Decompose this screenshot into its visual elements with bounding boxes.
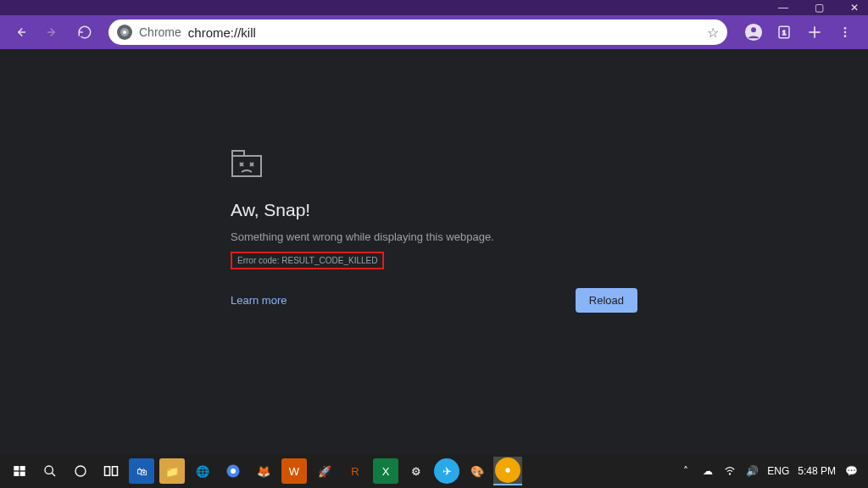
- profile-icon[interactable]: [743, 21, 765, 43]
- rocket-icon: 🚀: [312, 458, 337, 484]
- svg-point-25: [75, 466, 86, 476]
- taskbar-app-edge[interactable]: 🌐: [188, 457, 217, 485]
- word-icon: W: [281, 458, 307, 484]
- taskbar-app-chrome-active[interactable]: [493, 457, 522, 485]
- browser-toolbar: Chrome chrome://kill ☆ 1: [0, 15, 868, 49]
- windows-logo-icon: [13, 464, 26, 478]
- reload-nav-button[interactable]: [71, 19, 98, 46]
- tray-wifi-icon[interactable]: [723, 464, 737, 478]
- chrome-icon: [220, 458, 246, 484]
- tray-chevron-icon[interactable]: ˄: [679, 464, 693, 478]
- omnibox[interactable]: Chrome chrome://kill ☆: [108, 19, 727, 45]
- cortana-icon: [74, 464, 87, 478]
- r-icon: R: [342, 458, 368, 484]
- svg-point-11: [844, 31, 847, 34]
- folder-icon: 📁: [159, 458, 185, 484]
- omnibox-chrome-label: Chrome: [139, 25, 181, 39]
- taskbar-app-r[interactable]: R: [341, 457, 370, 485]
- taskbar-app-excel[interactable]: X: [371, 457, 400, 485]
- error-code: Error code: RESULT_CODE_KILLED: [237, 256, 377, 265]
- svg-rect-14: [232, 151, 244, 156]
- taskbar-app-word[interactable]: W: [280, 457, 309, 485]
- svg-rect-13: [232, 156, 261, 176]
- svg-rect-26: [105, 467, 110, 476]
- gear-icon: ⚙: [403, 458, 429, 484]
- svg-text:1: 1: [782, 29, 786, 36]
- taskbar-app-paint[interactable]: 🎨: [463, 457, 492, 485]
- arrow-left-icon: [13, 25, 28, 40]
- window-minimize-button[interactable]: —: [773, 0, 793, 15]
- window-close-button[interactable]: ✕: [844, 0, 865, 15]
- tray-clock[interactable]: 5:48 PM: [798, 465, 836, 477]
- svg-point-5: [751, 27, 756, 32]
- tray-volume-icon[interactable]: 🔊: [745, 464, 759, 478]
- tray-language[interactable]: ENG: [767, 465, 789, 477]
- reload-button[interactable]: Reload: [576, 288, 637, 313]
- taskbar-app-explorer[interactable]: 📁: [158, 457, 186, 485]
- task-view-icon: [103, 465, 119, 477]
- back-button[interactable]: [7, 19, 34, 46]
- svg-point-23: [45, 466, 53, 474]
- search-button[interactable]: [36, 457, 64, 485]
- new-tab-plus-icon[interactable]: [804, 21, 826, 43]
- cortana-button[interactable]: [66, 457, 95, 485]
- chrome-logo-icon: [117, 25, 132, 40]
- taskbar-app-chrome[interactable]: [219, 457, 248, 485]
- error-message: Something went wrong while displaying th…: [231, 230, 637, 243]
- arrow-right-icon: [45, 25, 60, 40]
- taskbar-app-settings[interactable]: ⚙: [402, 457, 431, 485]
- window-titlebar: — ▢ ✕: [0, 0, 868, 15]
- svg-line-24: [52, 473, 55, 476]
- omnibox-url: chrome://kill: [188, 25, 700, 40]
- task-view-button[interactable]: [97, 457, 125, 485]
- bookmark-star-icon[interactable]: ☆: [707, 25, 719, 41]
- telegram-icon: ✈: [434, 458, 459, 484]
- svg-rect-21: [14, 472, 19, 476]
- store-icon: 🛍: [129, 458, 154, 484]
- window-maximize-button[interactable]: ▢: [809, 0, 829, 15]
- firefox-icon: 🦊: [251, 458, 276, 484]
- svg-point-12: [844, 35, 847, 37]
- error-action-row: Learn more Reload: [231, 288, 637, 313]
- page-content: Aw, Snap! Something went wrong while dis…: [0, 49, 868, 454]
- error-title: Aw, Snap!: [231, 200, 637, 220]
- svg-rect-20: [20, 466, 25, 470]
- forward-button[interactable]: [39, 19, 66, 46]
- tray-notifications-icon[interactable]: 💬: [844, 464, 858, 478]
- taskbar-left: 🛍 📁 🌐 🦊 W 🚀 R X ⚙ ✈ 🎨: [5, 457, 522, 485]
- toolbar-right-icons: 1: [737, 21, 861, 43]
- palette-icon: 🎨: [465, 458, 490, 484]
- svg-point-31: [505, 468, 509, 472]
- svg-point-29: [231, 469, 236, 474]
- system-tray: ˄ ☁ 🔊 ENG 5:48 PM 💬: [679, 464, 863, 478]
- svg-rect-27: [113, 467, 118, 476]
- chrome-active-icon: [495, 458, 520, 483]
- svg-rect-22: [20, 472, 25, 476]
- svg-rect-19: [14, 466, 19, 470]
- reading-list-icon[interactable]: 1: [773, 21, 795, 43]
- windows-taskbar: 🛍 📁 🌐 🦊 W 🚀 R X ⚙ ✈ 🎨 ˄ ☁ 🔊 ENG 5:48 PM …: [0, 454, 868, 488]
- edge-icon: 🌐: [190, 458, 215, 484]
- svg-point-32: [730, 474, 731, 474]
- taskbar-app-telegram[interactable]: ✈: [432, 457, 461, 485]
- sad-file-icon: [231, 149, 637, 183]
- learn-more-link[interactable]: Learn more: [231, 294, 287, 307]
- start-button[interactable]: [5, 457, 34, 485]
- taskbar-app-store[interactable]: 🛍: [127, 457, 156, 485]
- excel-icon: X: [373, 458, 398, 484]
- svg-point-10: [844, 27, 847, 30]
- search-icon: [43, 464, 57, 478]
- error-code-highlight: Error code: RESULT_CODE_KILLED: [231, 252, 384, 269]
- taskbar-app-rocket[interactable]: 🚀: [310, 457, 339, 485]
- reload-icon: [77, 25, 92, 40]
- svg-point-3: [123, 30, 126, 34]
- taskbar-app-firefox[interactable]: 🦊: [249, 457, 278, 485]
- error-block: Aw, Snap! Something went wrong while dis…: [231, 149, 637, 313]
- browser-menu-icon[interactable]: [834, 21, 856, 43]
- tray-cloud-icon[interactable]: ☁: [701, 464, 715, 478]
